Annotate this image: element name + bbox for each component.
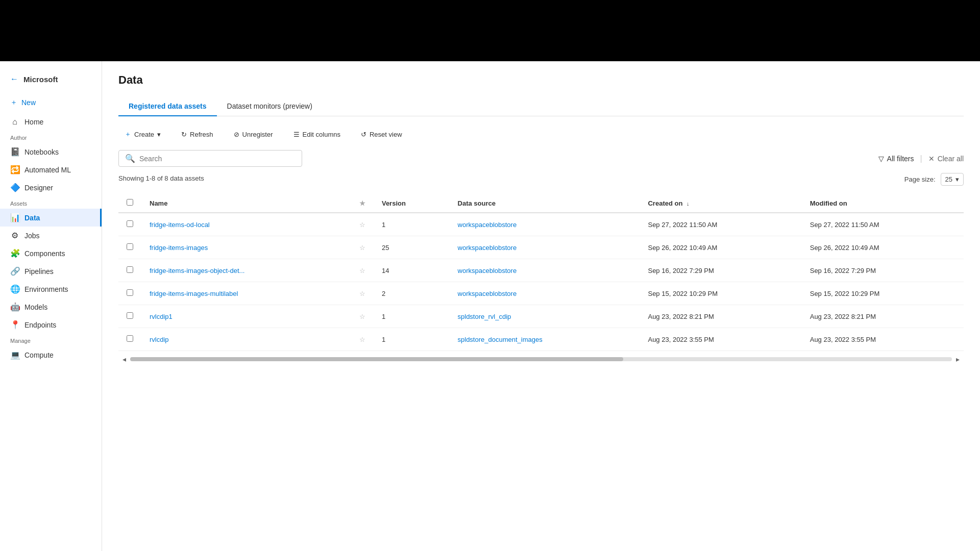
row-checkbox-0[interactable] [118, 213, 141, 236]
filter-divider: | [920, 154, 922, 163]
row-created-4: Aug 23, 2022 8:21 PM [640, 305, 801, 328]
row-checkbox-1[interactable] [118, 236, 141, 259]
row-name-3[interactable]: fridge-items-images-multilabel [141, 282, 351, 305]
horizontal-scrollbar[interactable]: ◂ ▸ [118, 353, 964, 365]
sidebar-item-automated-ml[interactable]: 🔁 Automated ML [0, 161, 102, 179]
row-name-0[interactable]: fridge-items-od-local [141, 213, 351, 236]
sidebar-item-models[interactable]: 🤖 Models [0, 298, 102, 316]
row-star-1[interactable]: ☆ [351, 236, 374, 259]
tab-registered-data-assets[interactable]: Registered data assets [118, 97, 217, 116]
dropdown-icon: ▾ [157, 131, 161, 138]
row-version-0: 1 [374, 213, 450, 236]
scroll-right-arrow[interactable]: ▸ [952, 355, 964, 363]
sidebar-item-designer[interactable]: 🔷 Designer [0, 179, 102, 196]
sidebar-logo-text: Microsoft [23, 75, 58, 84]
sidebar-item-endpoints[interactable]: 📍 Endpoints [0, 316, 102, 334]
row-checkbox-2[interactable] [118, 259, 141, 282]
notebook-icon: 📓 [10, 147, 19, 157]
row-name-5[interactable]: rvlcdip [141, 328, 351, 351]
scroll-left-arrow[interactable]: ◂ [118, 355, 130, 363]
new-label: New [21, 98, 36, 107]
row-star-3[interactable]: ☆ [351, 282, 374, 305]
clear-icon: ✕ [928, 155, 935, 163]
row-star-4[interactable]: ☆ [351, 305, 374, 328]
clear-all-button[interactable]: ✕ Clear all [928, 155, 964, 163]
row-modified-1: Sep 26, 2022 10:49 AM [802, 236, 964, 259]
page-title: Data [118, 73, 964, 87]
row-star-5[interactable]: ☆ [351, 328, 374, 351]
reset-view-button[interactable]: ↺ Reset view [355, 128, 408, 141]
scroll-thumb [130, 357, 623, 361]
create-button[interactable]: ＋ Create ▾ [118, 127, 167, 142]
table-row: rvlcdip1 ☆ 1 spldstore_rvl_cdip Aug 23, … [118, 305, 964, 328]
models-icon: 🤖 [10, 302, 19, 312]
row-name-4[interactable]: rvlcdip1 [141, 305, 351, 328]
row-star-2[interactable]: ☆ [351, 259, 374, 282]
row-modified-3: Sep 15, 2022 10:29 PM [802, 282, 964, 305]
column-header-version[interactable]: Version [374, 194, 450, 213]
all-filters-button[interactable]: ▽ All filters [878, 155, 914, 163]
sidebar-item-pipelines[interactable]: 🔗 Pipelines [0, 262, 102, 280]
row-checkbox-4[interactable] [118, 305, 141, 328]
row-checkbox-3[interactable] [118, 282, 141, 305]
row-name-2[interactable]: fridge-items-images-object-det... [141, 259, 351, 282]
row-modified-4: Aug 23, 2022 8:21 PM [802, 305, 964, 328]
designer-icon: 🔷 [10, 183, 19, 192]
refresh-icon: ↻ [181, 131, 187, 138]
unregister-button[interactable]: ⊘ Unregister [228, 128, 279, 141]
edit-columns-button[interactable]: ☰ Edit columns [287, 128, 347, 141]
row-datasource-1[interactable]: workspaceblobstore [450, 236, 640, 259]
column-header-created-on[interactable]: Created on ↓ [640, 194, 801, 213]
sidebar-item-label: Models [24, 303, 47, 311]
sidebar-item-compute[interactable]: 💻 Compute [0, 346, 102, 364]
sidebar-item-environments[interactable]: 🌐 Environments [0, 280, 102, 298]
row-datasource-3[interactable]: workspaceblobstore [450, 282, 640, 305]
row-datasource-0[interactable]: workspaceblobstore [450, 213, 640, 236]
column-header-modified-on[interactable]: Modified on [802, 194, 964, 213]
sidebar: ← Microsoft ＋ New ⌂ Home Author 📓 Notebo… [0, 61, 102, 551]
page-size-label: Page size: [904, 176, 936, 183]
page-size-row: Page size: 25 ▾ [904, 173, 964, 186]
page-size-select[interactable]: 25 ▾ [941, 173, 964, 186]
row-datasource-5[interactable]: spldstore_document_images [450, 328, 640, 351]
sidebar-logo[interactable]: ← Microsoft [0, 69, 102, 94]
filter-area: ▽ All filters | ✕ Clear all [878, 154, 964, 163]
search-row: 🔍 ▽ All filters | ✕ Clear all [118, 150, 964, 167]
row-created-3: Sep 15, 2022 10:29 PM [640, 282, 801, 305]
sidebar-item-notebooks[interactable]: 📓 Notebooks [0, 143, 102, 161]
sort-asc-icon: ↓ [687, 201, 690, 207]
sidebar-item-label: Data [24, 214, 40, 222]
table-header-row: Name ★ Version Data source Created on ↓ [118, 194, 964, 213]
refresh-button[interactable]: ↻ Refresh [175, 128, 219, 141]
sidebar-item-label: Endpoints [24, 321, 56, 329]
sidebar-item-jobs[interactable]: ⚙ Jobs [0, 227, 102, 244]
jobs-icon: ⚙ [10, 231, 19, 240]
sidebar-section-author: Author [0, 131, 102, 143]
row-datasource-2[interactable]: workspaceblobstore [450, 259, 640, 282]
row-created-5: Aug 23, 2022 3:55 PM [640, 328, 801, 351]
column-header-star[interactable]: ★ [351, 194, 374, 213]
row-star-0[interactable]: ☆ [351, 213, 374, 236]
unregister-icon: ⊘ [234, 131, 239, 138]
tab-dataset-monitors[interactable]: Dataset monitors (preview) [217, 97, 323, 116]
sidebar-item-components[interactable]: 🧩 Components [0, 244, 102, 262]
row-version-5: 1 [374, 328, 450, 351]
sidebar-item-home[interactable]: ⌂ Home [0, 113, 102, 131]
table-row: fridge-items-images-object-det... ☆ 14 w… [118, 259, 964, 282]
select-all-checkbox[interactable] [118, 194, 141, 213]
sidebar-item-label: Jobs [24, 232, 40, 240]
sidebar-item-label: Components [24, 249, 65, 258]
column-header-data-source[interactable]: Data source [450, 194, 640, 213]
row-checkbox-5[interactable] [118, 328, 141, 351]
sidebar-new-button[interactable]: ＋ New [0, 94, 102, 111]
sidebar-item-label: Notebooks [24, 148, 59, 156]
column-header-name[interactable]: Name [141, 194, 351, 213]
row-datasource-4[interactable]: spldstore_rvl_cdip [450, 305, 640, 328]
table-row: fridge-items-images ☆ 25 workspaceblobst… [118, 236, 964, 259]
search-input[interactable] [139, 155, 296, 163]
scroll-track[interactable] [130, 357, 952, 361]
reset-view-icon: ↺ [361, 131, 366, 138]
sidebar-item-data[interactable]: 📊 Data [0, 209, 102, 227]
row-name-1[interactable]: fridge-items-images [141, 236, 351, 259]
data-icon: 📊 [10, 213, 19, 222]
